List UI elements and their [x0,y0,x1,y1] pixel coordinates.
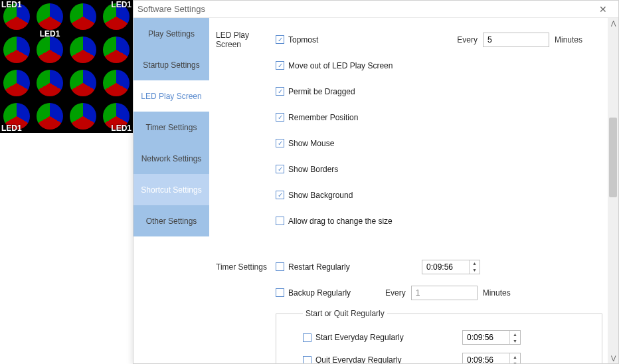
led-label: LED1 [111,0,132,9]
spin-up-icon[interactable]: ▲ [510,353,520,360]
checkbox-start-everyday[interactable] [303,333,311,342]
quit-time-input[interactable] [463,353,509,363]
start-time-spinner[interactable]: ▲▼ [462,330,521,345]
checkbox-move-out[interactable] [276,61,284,70]
section-label-timer-settings: Timer Settings [216,262,276,272]
dialog-title: Software Settings [137,4,205,14]
checkbox-backup-regularly[interactable] [276,288,284,297]
settings-content: LED Play Screen Topmost Every Minutes Mo… [209,18,608,363]
software-settings-dialog: Software Settings ✕ Play Settings Startu… [133,0,619,364]
checkbox-topmost-label: Topmost [288,35,318,45]
sidebar-item-startup-settings[interactable]: Startup Settings [133,49,209,80]
led-label: LED1 [40,29,60,39]
sidebar-item-timer-settings[interactable]: Timer Settings [133,112,209,143]
spin-down-icon[interactable]: ▼ [510,360,520,363]
spin-up-icon[interactable]: ▲ [510,331,520,337]
close-button[interactable]: ✕ [592,2,614,17]
every-label: Every [457,35,478,45]
sidebar-item-other-settings[interactable]: Other Settings [133,205,209,236]
spin-down-icon[interactable]: ▼ [470,267,480,274]
start-quit-legend: Start or Quit Regularly [303,309,387,318]
restart-time-spinner[interactable]: ▲▼ [422,260,480,274]
led-label: LED1 [1,0,22,9]
led-label: LED1 [111,124,132,133]
start-time-input[interactable] [463,331,509,344]
spin-up-icon[interactable]: ▲ [470,260,480,267]
checkbox-show-background[interactable] [276,191,284,199]
spin-down-icon[interactable]: ▼ [510,337,520,344]
backup-every-input[interactable] [411,286,478,300]
checkbox-topmost[interactable] [276,35,284,44]
quit-time-spinner[interactable]: ▲▼ [462,353,521,363]
scroll-up-icon[interactable]: ⋀ [608,18,618,29]
checkbox-show-mouse[interactable] [276,139,284,147]
minutes-label: Minutes [555,35,582,45]
checkbox-restart-regularly[interactable] [276,262,284,271]
checkbox-allow-drag-size[interactable] [276,217,284,225]
checkbox-remember-position[interactable] [276,113,284,122]
sidebar-item-play-settings[interactable]: Play Settings [133,18,209,49]
titlebar: Software Settings ✕ [133,1,618,18]
led-label: LED1 [1,124,22,133]
led-preview-panel: LED1 LED1 LED1 LED1 LED1 [0,0,133,133]
backup-minutes-label: Minutes [483,288,511,298]
scrollbar-thumb[interactable] [609,118,617,197]
sidebar-item-network-settings[interactable]: Network Settings [133,143,209,174]
restart-time-input[interactable] [422,260,469,274]
every-minutes-input[interactable] [483,33,549,47]
checkbox-show-borders[interactable] [276,165,284,173]
vertical-scrollbar[interactable]: ⋀ ⋁ [608,18,618,363]
sidebar-item-led-play-screen[interactable]: LED Play Screen [133,80,209,112]
checkbox-permit-drag[interactable] [276,87,284,96]
sidebar: Play Settings Startup Settings LED Play … [133,18,209,363]
scroll-down-icon[interactable]: ⋁ [608,353,618,363]
backup-every-label: Every [385,288,406,298]
sidebar-item-shortcut-settings[interactable]: Shortcut Settings [133,174,209,205]
start-quit-group: Start or Quit Regularly Start Everyday R… [276,309,602,363]
checkbox-quit-everyday[interactable] [303,356,311,364]
section-label-led-play-screen: LED Play Screen [216,31,276,49]
